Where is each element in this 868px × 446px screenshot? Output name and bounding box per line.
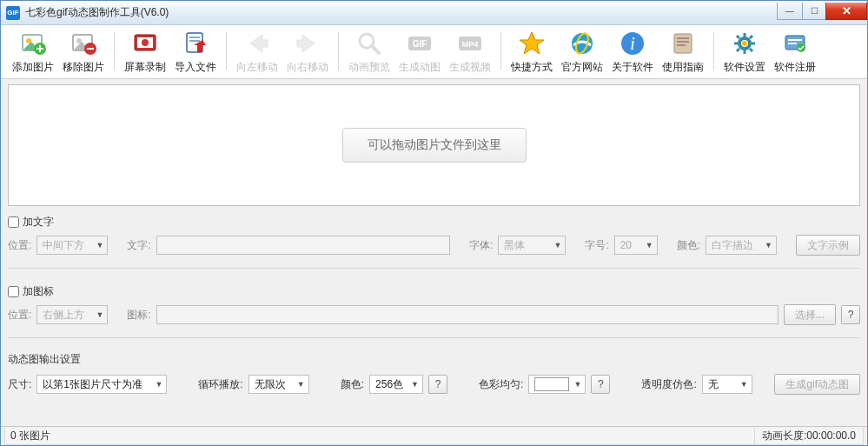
icon-path-input[interactable] [156, 305, 779, 324]
toolbar-label: 移除图片 [63, 60, 104, 75]
text-sample-button[interactable]: 文字示例 [796, 235, 860, 256]
toolbar-separator [338, 32, 339, 70]
divider [8, 337, 860, 338]
out-size-label: 尺寸: [8, 377, 31, 392]
toolbar-website-button[interactable]: 官方网站 [557, 29, 607, 77]
status-duration-label: 动画长度: [762, 429, 806, 443]
toolbar-separator [713, 32, 714, 70]
out-dither-label: 透明度仿色: [641, 377, 696, 392]
toolbar-label: 软件设置 [724, 60, 765, 75]
add-text-label: 加文字 [23, 215, 54, 230]
out-avg-help[interactable]: ? [591, 375, 610, 394]
add-icon-label: 加图标 [23, 284, 54, 299]
gif-icon: GIF [406, 30, 434, 58]
add-image-icon [19, 30, 47, 58]
svg-rect-21 [674, 34, 692, 53]
toolbar-separator [226, 32, 227, 70]
add-icon-checkbox[interactable] [8, 286, 19, 297]
statusbar: 0 张图片 动画长度: 00:00:00.0 [1, 426, 867, 445]
icon-pos-label: 位置: [8, 308, 31, 323]
register-icon [781, 30, 809, 58]
toolbar-label: 向右移动 [287, 60, 328, 75]
out-loop-select[interactable]: 无限次 [248, 375, 309, 394]
toolbar-label: 向左移动 [236, 60, 278, 75]
arrow-left-icon [243, 30, 271, 58]
icon-path-label: 图标: [127, 308, 150, 323]
toolbar-add-image-button[interactable]: 添加图片 [8, 29, 58, 77]
svg-rect-10 [189, 37, 200, 38]
toolbar-label: 使用指南 [662, 60, 704, 75]
out-avg-select[interactable] [528, 375, 586, 394]
close-button[interactable]: ✕ [825, 3, 867, 20]
status-duration: 动画长度: 00:00:00.0 [755, 428, 864, 445]
out-color-label: 颜色: [341, 377, 364, 392]
toolbar-make-gif-button: GIF生成动图 [394, 29, 445, 77]
toolbar-label: 屏幕录制 [124, 60, 166, 75]
text-content-input[interactable] [156, 236, 450, 255]
output-panel: 动态图输出设置 尺寸: 以第1张图片尺寸为准 循环播放: 无限次 颜色: 256… [8, 350, 860, 395]
text-pos-select[interactable]: 中间下方 [36, 236, 108, 255]
svg-rect-28 [788, 39, 802, 41]
text-content-label: 文字: [127, 238, 150, 253]
icon-help-button[interactable]: ? [841, 305, 860, 324]
svg-text:i: i [630, 34, 635, 53]
svg-text:MP4: MP4 [462, 40, 479, 49]
titlebar: GIF 七彩色gif动态图制作工具(V6.0) — ☐ ✕ [1, 1, 867, 25]
drop-area[interactable]: 可以拖动图片文件到这里 [8, 84, 860, 206]
gear-icon [731, 30, 759, 58]
out-dither-select[interactable]: 无 [702, 375, 752, 394]
output-title: 动态图输出设置 [8, 352, 860, 367]
book-icon [669, 30, 697, 58]
ie-icon [568, 30, 596, 58]
toolbar-import-file-button[interactable]: 导入文件 [170, 29, 221, 77]
svg-point-8 [142, 39, 149, 46]
text-size-select[interactable]: 20 [614, 236, 658, 255]
window-title: 七彩色gif动态图制作工具(V6.0) [25, 5, 778, 20]
mp4-icon: MP4 [456, 30, 484, 58]
toolbar-label: 关于软件 [612, 60, 653, 75]
svg-rect-29 [788, 43, 797, 44]
magnify-icon [355, 30, 383, 58]
toolbar-label: 快捷方式 [511, 60, 553, 75]
icon-select-button[interactable]: 选择... [784, 304, 836, 325]
toolbar-separator [114, 32, 115, 70]
app-window: GIF 七彩色gif动态图制作工具(V6.0) — ☐ ✕ 添加图片移除图片屏幕… [0, 0, 868, 446]
svg-point-26 [742, 41, 747, 46]
info-icon: i [619, 30, 646, 58]
toolbar-remove-image-button[interactable]: 移除图片 [58, 29, 109, 77]
text-font-label: 字体: [469, 238, 493, 253]
content-area: 可以拖动图片文件到这里 加文字 位置: 中间下方 文字: 字体: 黑体 字号: … [1, 79, 867, 426]
out-size-select[interactable]: 以第1张图片尺寸为准 [36, 375, 167, 394]
status-image-count: 0 张图片 [4, 428, 755, 445]
text-panel: 加文字 位置: 中间下方 文字: 字体: 黑体 字号: 20 颜色: 白字描边 … [8, 211, 860, 256]
toolbar-shortcut-button[interactable]: 快捷方式 [507, 29, 557, 77]
out-color-select[interactable]: 256色 [369, 375, 423, 394]
drop-hint-button[interactable]: 可以拖动图片文件到这里 [342, 128, 527, 163]
out-color-help[interactable]: ? [428, 375, 447, 394]
minimize-button[interactable]: — [777, 3, 803, 20]
svg-rect-23 [677, 41, 689, 43]
arrow-right-icon [294, 30, 321, 58]
status-duration-value: 00:00:00.0 [806, 429, 856, 442]
icon-panel: 加图标 位置: 右侧上方 图标: 选择... ? [8, 281, 860, 325]
toolbar-screen-record-button[interactable]: 屏幕录制 [120, 29, 170, 77]
svg-text:GIF: GIF [413, 39, 427, 49]
svg-rect-24 [677, 44, 686, 46]
toolbar-about-button[interactable]: i关于软件 [607, 29, 658, 77]
add-text-checkbox[interactable] [8, 216, 19, 228]
toolbar-move-right-button: 向右移动 [282, 29, 333, 77]
icon-pos-select[interactable]: 右侧上方 [36, 305, 108, 324]
toolbar-label: 添加图片 [12, 60, 54, 75]
toolbar-guide-button[interactable]: 使用指南 [658, 29, 708, 77]
text-font-select[interactable]: 黑体 [498, 236, 566, 255]
toolbar-settings-button[interactable]: 软件设置 [719, 29, 770, 77]
make-gif-button[interactable]: 生成gif动态图 [774, 374, 860, 395]
import-icon [182, 30, 209, 58]
toolbar: 添加图片移除图片屏幕录制导入文件向左移动向右移动动画预览GIF生成动图MP4生成… [1, 25, 867, 79]
maximize-button[interactable]: ☐ [802, 3, 826, 20]
out-loop-label: 循环播放: [198, 377, 242, 392]
toolbar-separator [500, 32, 501, 70]
toolbar-register-button[interactable]: 软件注册 [770, 29, 820, 77]
text-color-select[interactable]: 白字描边 [706, 236, 777, 255]
text-pos-label: 位置: [8, 238, 31, 253]
